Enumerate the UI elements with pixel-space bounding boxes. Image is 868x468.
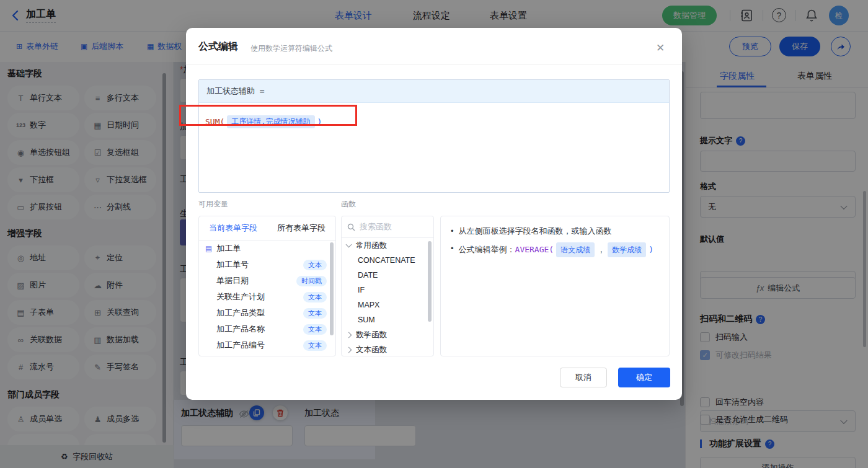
caret-right-icon [346, 347, 352, 353]
confirm-button[interactable]: 确定 [618, 368, 670, 387]
form-doc-icon: ▤ [205, 244, 212, 253]
functions-panel: 搜索函数 常用函数 CONCATENATE DATE IF MAPX SUM 数… [341, 216, 434, 356]
type-badge: 文本 [303, 260, 327, 270]
annotation-highlight-box [179, 105, 357, 126]
variable-item-partial[interactable] [199, 353, 335, 356]
divider [186, 64, 682, 64]
variable-item[interactable]: 加工产品编号文本 [199, 337, 335, 353]
function-item[interactable]: SUM [342, 312, 433, 327]
help-line-2: • 公式编辑举例： AVERAGE( 语文成绩 ， 数学成绩 ) [451, 242, 659, 257]
formula-editor[interactable]: 加工状态辅助 = SUM( 工序详情.完成情况辅助 ) [198, 79, 670, 193]
functions-scrollbar[interactable] [428, 241, 432, 322]
tab-all-form-fields[interactable]: 所有表单字段 [267, 216, 335, 240]
variables-scrollbar[interactable] [330, 242, 334, 335]
paren-token: ) [649, 244, 653, 256]
function-search-input[interactable]: 搜索函数 [342, 216, 433, 238]
function-group-math[interactable]: 数学函数 [342, 327, 433, 342]
function-item[interactable]: DATE [342, 268, 433, 283]
function-item[interactable]: IF [342, 283, 433, 298]
function-item[interactable]: CONCATENATE [342, 253, 433, 268]
tab-current-form-fields[interactable]: 当前表单字段 [199, 216, 267, 240]
type-badge: 文本 [303, 340, 327, 351]
cancel-button[interactable]: 取消 [560, 368, 607, 387]
function-group-common[interactable]: 常用函数 [342, 238, 433, 253]
functions-label: 函数 [341, 199, 356, 210]
variable-item[interactable]: 单据日期时间戳 [199, 273, 335, 289]
variable-item[interactable]: 加工单号文本 [199, 257, 335, 273]
formula-target: 加工状态辅助 = [199, 80, 669, 103]
variable-item[interactable]: 加工产品名称文本 [199, 321, 335, 337]
search-icon [347, 223, 355, 231]
help-line-1: • 从左侧面板选择字段名和函数，或输入函数 [451, 225, 659, 237]
variable-item[interactable]: 关联生产计划文本 [199, 289, 335, 305]
modal-title: 公式编辑 [198, 40, 238, 53]
search-placeholder: 搜索函数 [360, 221, 392, 232]
type-badge: 文本 [303, 292, 327, 302]
variables-label: 可用变量 [198, 199, 228, 210]
example-field-chip: 语文成绩 [556, 242, 595, 257]
type-badge: 文本 [303, 324, 327, 335]
close-icon[interactable]: ✕ [656, 42, 665, 55]
modal-subtitle: 使用数学运算符编辑公式 [250, 43, 332, 54]
function-group-text[interactable]: 文本函数 [342, 342, 433, 356]
example-function-token: AVERAGE( [515, 244, 554, 256]
type-badge: 时间戳 [296, 276, 327, 286]
variables-panel: 当前表单字段 所有表单字段 ▤ 加工单 加工单号文本 单据日期时间戳 关联生产计… [198, 216, 336, 356]
formula-edit-modal: 公式编辑 使用数学运算符编辑公式 ✕ 加工状态辅助 = SUM( 工序详情.完成… [186, 28, 682, 400]
example-field-chip: 数学成绩 [608, 242, 646, 257]
type-badge: 文本 [303, 308, 327, 319]
formula-help-panel: • 从左侧面板选择字段名和函数，或输入函数 • 公式编辑举例： AVERAGE(… [440, 216, 670, 356]
function-item[interactable]: MAPX [342, 298, 433, 312]
tree-root-item[interactable]: ▤ 加工单 [199, 241, 335, 257]
variable-item[interactable]: 加工产品类型文本 [199, 305, 335, 321]
caret-right-icon [346, 332, 352, 338]
caret-down-icon [346, 242, 352, 248]
